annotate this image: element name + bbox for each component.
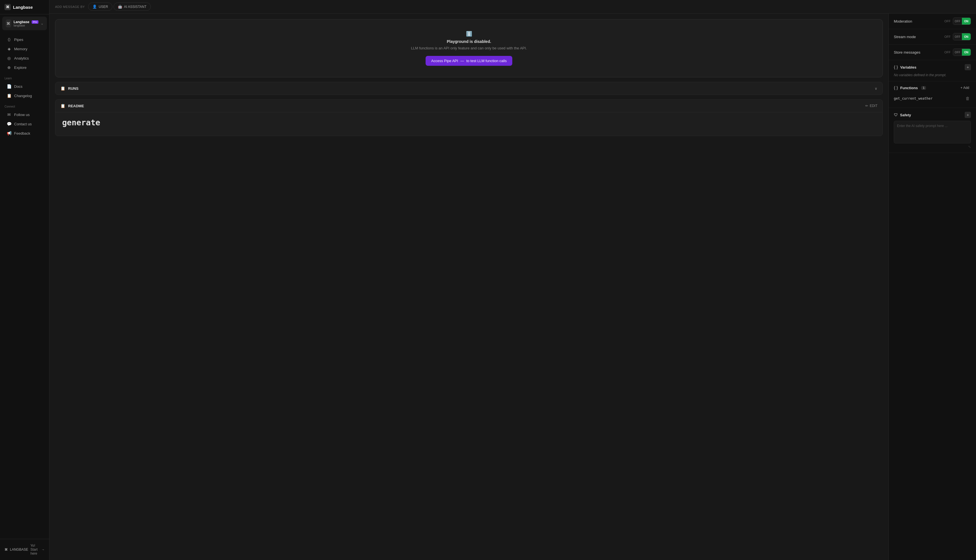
notice-desc: LLM functions is an API only feature and…	[64, 46, 874, 50]
store-messages-label: Store messages	[894, 50, 920, 55]
workspace-sub: langbase	[13, 24, 38, 27]
safety-label: Safety	[900, 113, 911, 117]
variables-section: { } Variables + No variables defined in …	[889, 60, 976, 81]
add-variable-button[interactable]: +	[965, 64, 971, 70]
playground-notice: ℹ️ Playground is disabled. LLM functions…	[55, 19, 883, 77]
contact-us-icon: 💬	[7, 122, 11, 126]
safety-icon: 🛡	[894, 113, 898, 117]
readme-edit-button[interactable]: ✏ EDIT	[865, 104, 878, 108]
workspace-badge: Pro	[32, 20, 38, 24]
runs-label: RUNS	[68, 87, 78, 91]
stream-off-label: OFF	[944, 35, 951, 38]
functions-header: { } Functions 1 + Add	[894, 85, 971, 90]
sidebar-item-label: Feedback	[14, 131, 30, 135]
safety-section: 🛡 Safety + ⤡	[889, 108, 976, 153]
right-panel: Moderation OFF OFF ON Stream mode OFF OF…	[888, 13, 976, 560]
chat-panel: ℹ️ Playground is disabled. LLM functions…	[49, 13, 888, 560]
runs-chevron-icon: ∨	[874, 87, 878, 91]
app-name: Langbase	[13, 5, 33, 10]
resize-handle-icon: ⤡	[894, 145, 971, 149]
moderation-row: Moderation OFF OFF ON	[889, 13, 976, 29]
footer-cta-text: Yo! Start here	[30, 543, 39, 555]
content-area: ℹ️ Playground is disabled. LLM functions…	[49, 13, 976, 560]
functions-icon: { }	[894, 85, 898, 90]
functions-title: { } Functions 1	[894, 85, 926, 90]
logo-icon: ⌘	[5, 4, 11, 10]
footer-arrow-icon: →	[42, 548, 45, 551]
moderation-off-label: OFF	[944, 20, 951, 23]
moderation-toggle-group: OFF OFF ON	[944, 18, 971, 25]
readme-label: README	[68, 104, 84, 108]
readme-content: generate	[55, 112, 883, 136]
sidebar-item-explore[interactable]: ⊕ Explore	[2, 63, 47, 72]
footer-cta[interactable]: ⌘ LANGBASE Yo! Start here →	[0, 542, 49, 558]
sidebar-item-analytics[interactable]: ◎ Analytics	[2, 53, 47, 63]
sidebar-item-label: Docs	[14, 84, 23, 88]
readme-header[interactable]: 📋 README ✏ EDIT	[55, 100, 883, 112]
learn-label: Learn	[0, 76, 49, 82]
stream-mode-label: Stream mode	[894, 35, 916, 39]
edit-label: EDIT	[870, 104, 878, 108]
sidebar-item-label: Memory	[14, 47, 27, 51]
memory-icon: ◈	[7, 47, 11, 51]
functions-section: { } Functions 1 + Add get_current_weathe…	[889, 81, 976, 108]
sidebar-item-changelog[interactable]: 📋 Changelog	[2, 91, 47, 100]
workspace-name: Langbase	[13, 20, 29, 24]
pipes-icon: ⟨⟩	[7, 37, 11, 42]
runs-header[interactable]: 📋 RUNS ∨	[55, 82, 883, 95]
function-name: get_current_weather	[894, 97, 933, 100]
sidebar-item-docs[interactable]: 📄 Docs	[2, 82, 47, 91]
main-nav: ⟨⟩ Pipes ◈ Memory ◎ Analytics ⊕ Explore	[0, 32, 49, 73]
notice-info-icon: ℹ️	[64, 31, 874, 37]
sidebar-item-memory[interactable]: ◈ Memory	[2, 44, 47, 53]
safety-textarea[interactable]	[894, 121, 971, 143]
add-function-button[interactable]: + Add	[959, 85, 971, 90]
store-messages-row: Store messages OFF OFF ON	[889, 45, 976, 60]
variables-label: Variables	[900, 65, 916, 70]
moderation-toggle[interactable]: OFF ON	[953, 18, 971, 25]
access-pipe-api-button[interactable]: Access Pipe API — to test LLM function c…	[425, 56, 512, 66]
ai-assistant-button[interactable]: 🤖 AI ASSISTANT	[113, 3, 151, 11]
sidebar-item-label: Changelog	[14, 94, 32, 98]
user-button[interactable]: 👤 USER	[88, 3, 112, 11]
functions-count-badge: 1	[921, 86, 926, 90]
topbar: ADD MESSAGE BY 👤 USER 🤖 AI ASSISTANT	[49, 0, 976, 13]
toggle-off-side[interactable]: OFF	[953, 33, 962, 40]
workspace-card[interactable]: ⌘ Langbase Pro langbase ⌄	[2, 17, 47, 30]
runs-icon: 📋	[60, 86, 65, 91]
variables-icon: { }	[894, 65, 898, 70]
function-item: get_current_weather 🗑	[894, 93, 971, 103]
toggle-on-side[interactable]: ON	[962, 33, 971, 40]
workspace-icon: ⌘	[6, 20, 11, 27]
variables-empty: No variables defined in the prompt.	[894, 73, 971, 77]
sidebar-item-feedback[interactable]: 📢 Feedback	[2, 129, 47, 138]
toggle-on-side[interactable]: ON	[962, 49, 971, 56]
chevron-icon: ⌄	[41, 22, 43, 25]
analytics-icon: ◎	[7, 56, 11, 60]
sidebar-item-contact-us[interactable]: 💬 Contact us	[2, 119, 47, 128]
main-area: ADD MESSAGE BY 👤 USER 🤖 AI ASSISTANT ℹ️ …	[49, 0, 976, 560]
user-icon: 👤	[92, 5, 97, 9]
readme-icon: 📋	[60, 103, 65, 108]
ai-icon: 🤖	[118, 5, 122, 9]
add-safety-button[interactable]: +	[965, 112, 971, 118]
toggle-off-side[interactable]: OFF	[953, 49, 962, 56]
sidebar-item-label: Pipes	[14, 38, 23, 42]
delete-function-button[interactable]: 🗑	[964, 95, 971, 101]
stream-mode-row: Stream mode OFF OFF ON	[889, 29, 976, 45]
variables-title: { } Variables	[894, 65, 916, 70]
workspace-info: Langbase Pro langbase	[13, 20, 38, 27]
toggle-on-side[interactable]: ON	[962, 18, 971, 25]
store-messages-toggle[interactable]: OFF ON	[953, 48, 971, 56]
app-logo: ⌘ Langbase	[0, 0, 49, 14]
toggle-off-side[interactable]: OFF	[953, 18, 962, 25]
runs-section: 📋 RUNS ∨	[55, 82, 883, 95]
stream-mode-toggle-group: OFF OFF ON	[944, 33, 971, 40]
sidebar-item-follow-us[interactable]: ✉ Follow us	[2, 110, 47, 119]
sidebar-item-pipes[interactable]: ⟨⟩ Pipes	[2, 35, 47, 44]
safety-header: 🛡 Safety +	[894, 112, 971, 118]
safety-title: 🛡 Safety	[894, 113, 911, 117]
stream-mode-toggle[interactable]: OFF ON	[953, 33, 971, 40]
footer-logo: ⌘	[5, 548, 8, 552]
feedback-icon: 📢	[7, 131, 11, 135]
